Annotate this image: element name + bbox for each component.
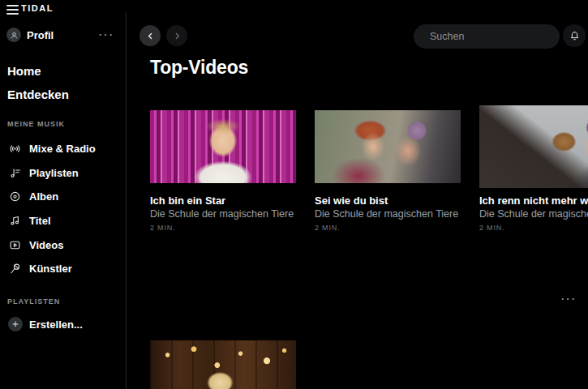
- video-title[interactable]: Sei wie du bist: [315, 194, 461, 207]
- sidebar-item-label: Mixe & Radio: [29, 143, 96, 155]
- sidebar-item-erstellen[interactable]: Erstellen...: [0, 316, 126, 332]
- video-artist[interactable]: Die Schule der magischen Tiere: [479, 207, 588, 220]
- section-header-meine-musik: MEINE MUSIK: [7, 120, 65, 128]
- sidebar-item-label: Alben: [29, 190, 58, 203]
- bell-icon: [569, 30, 581, 42]
- sidebar-item-playlisten[interactable]: Playlisten: [0, 165, 126, 180]
- sidebar-item-label: Videos: [29, 239, 63, 251]
- profile-more-icon[interactable]: ···: [99, 31, 114, 39]
- video-thumbnail[interactable]: [479, 105, 588, 188]
- back-button[interactable]: [139, 25, 161, 46]
- tidal-logo[interactable]: TIDAL: [21, 3, 54, 13]
- sidebar-item-home[interactable]: Home: [7, 64, 41, 78]
- album-icon: [8, 190, 22, 203]
- sidebar-item-label: Titel: [29, 215, 51, 227]
- menu-icon[interactable]: [6, 5, 19, 15]
- video-artist[interactable]: Die Schule der magischen Tiere: [315, 207, 461, 220]
- sidebar-item-videos[interactable]: Videos: [0, 237, 126, 252]
- search-input[interactable]: [428, 30, 562, 43]
- video-duration: 2 MIN.: [315, 224, 461, 232]
- plus-icon: [8, 317, 23, 331]
- video-thumbnail[interactable]: [150, 105, 296, 188]
- forward-button[interactable]: [166, 25, 187, 46]
- notifications-button[interactable]: [563, 24, 586, 47]
- video-thumbnail[interactable]: [150, 331, 296, 389]
- search-box[interactable]: [414, 24, 560, 49]
- video-title[interactable]: Ich renn nicht mehr weg: [479, 194, 588, 207]
- page-title: Top-Videos: [150, 57, 248, 79]
- microphone-icon: [8, 262, 22, 276]
- sidebar-item-titel[interactable]: Titel: [0, 213, 126, 228]
- sidebar-divider: [126, 12, 127, 389]
- sidebar-item-label: Playlisten: [29, 167, 79, 179]
- sidebar-item-entdecken[interactable]: Entdecken: [7, 88, 69, 101]
- video-artist[interactable]: Die Schule der magischen Tiere: [150, 207, 296, 220]
- sidebar-item-mixe-radio[interactable]: Mixe & Radio: [0, 141, 126, 156]
- profile-label: Profil: [27, 29, 54, 41]
- chevron-left-icon: [145, 31, 156, 41]
- video-title[interactable]: Ich bin ein Star: [150, 194, 296, 207]
- tidal-app-window: TIDAL Profil ··· Home Entdecken MEINE MU…: [0, 0, 588, 389]
- chevron-right-icon: [172, 31, 182, 41]
- video-thumbnail[interactable]: [315, 105, 461, 188]
- notes-icon: [8, 214, 22, 228]
- video-duration: 2 MIN.: [479, 224, 588, 232]
- sidebar-item-label: Erstellen...: [29, 318, 83, 331]
- sidebar-item-kuenstler[interactable]: Künstler: [0, 261, 126, 276]
- playlist-icon: [8, 166, 22, 180]
- video-card: Ich renn nicht mehr weg Die Schule der m…: [479, 105, 588, 232]
- section-header-playlisten: PLAYLISTEN: [7, 297, 60, 306]
- profile-avatar-icon: [6, 28, 21, 42]
- video-duration: 2 MIN.: [150, 224, 296, 232]
- video-icon: [8, 238, 22, 252]
- sidebar-item-profile[interactable]: Profil ···: [0, 27, 126, 43]
- playlisten-more-icon[interactable]: ···: [561, 295, 577, 303]
- sidebar-item-label: Künstler: [29, 263, 72, 275]
- video-card: Ich bin ein Star Die Schule der magische…: [150, 105, 296, 232]
- video-card: Sei wie du bist Die Schule der magischen…: [315, 105, 461, 232]
- sidebar-item-alben[interactable]: Alben: [0, 189, 126, 203]
- broadcast-icon: [8, 142, 22, 156]
